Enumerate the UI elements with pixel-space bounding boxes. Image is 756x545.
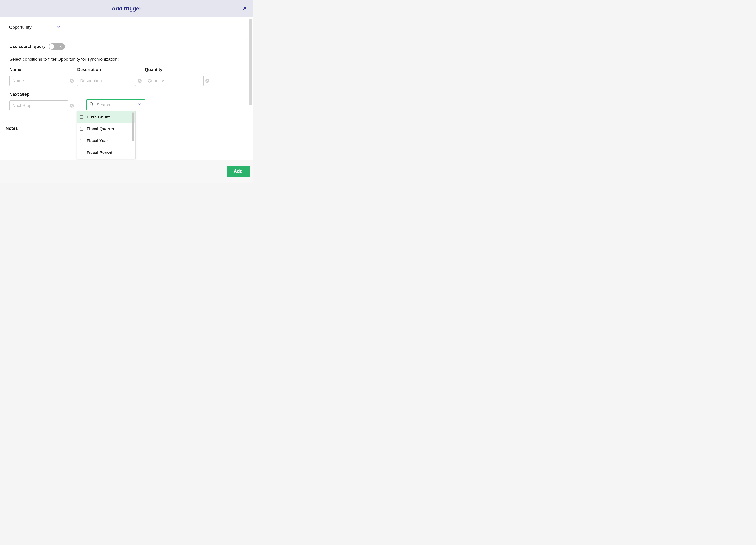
description-label: Description: [77, 67, 145, 72]
modal-header: Add trigger: [0, 0, 253, 17]
search-icon: [89, 102, 94, 108]
search-query-toggle[interactable]: [49, 43, 65, 50]
chevron-down-icon: [138, 102, 142, 107]
clear-icon: [70, 79, 74, 84]
object-select-value: Opportunity: [9, 25, 31, 30]
modal-footer: Add: [0, 160, 253, 183]
modal-body: Opportunity Use search query: [0, 17, 253, 160]
add-button[interactable]: Add: [227, 165, 250, 177]
toggle-off-icon: [59, 44, 62, 49]
conditions-instruction: Select conditions to filter Opportunity …: [9, 57, 244, 62]
name-clear-button[interactable]: [70, 79, 74, 83]
clear-icon: [205, 79, 209, 84]
option-checkbox[interactable]: [80, 115, 83, 119]
object-select[interactable]: Opportunity: [6, 22, 64, 33]
chevron-down-icon: [57, 25, 61, 30]
conditions-panel: Use search query Select conditions to fi…: [6, 39, 247, 116]
dropdown-option[interactable]: Push Count: [77, 111, 135, 123]
close-button[interactable]: [243, 6, 247, 11]
dropdown-option[interactable]: Fiscal Quarter: [77, 123, 135, 135]
dropdown-option[interactable]: Fiscal Period: [77, 147, 135, 158]
field-search-dropdown: Push Count Fiscal Quarter Fiscal Year Fi…: [77, 111, 136, 159]
next-step-input[interactable]: [9, 100, 68, 111]
option-label: Push Count: [87, 115, 110, 119]
add-trigger-modal: Add trigger Opportunity Use searc: [0, 0, 253, 183]
option-label: Fiscal Period: [87, 150, 112, 155]
next-step-clear-button[interactable]: [70, 103, 74, 108]
quantity-input[interactable]: [145, 76, 204, 86]
name-label: Name: [9, 67, 77, 72]
toggle-knob: [49, 44, 54, 49]
search-query-toggle-label: Use search query: [9, 44, 45, 49]
dropdown-option[interactable]: Fiscal Year: [77, 135, 135, 147]
name-input[interactable]: [9, 76, 68, 86]
field-search-select[interactable]: [86, 99, 145, 110]
clear-icon: [137, 79, 142, 84]
field-search-input[interactable]: [96, 102, 128, 107]
option-checkbox[interactable]: [80, 139, 83, 142]
close-icon: [243, 6, 247, 11]
next-step-label: Next Step: [9, 92, 77, 97]
dropdown-scrollbar[interactable]: [132, 112, 134, 141]
body-scrollbar[interactable]: [249, 19, 252, 105]
option-label: Fiscal Quarter: [87, 126, 114, 131]
quantity-clear-button[interactable]: [205, 79, 209, 83]
clear-icon: [70, 104, 74, 109]
option-checkbox[interactable]: [80, 127, 83, 131]
option-checkbox[interactable]: [80, 151, 83, 154]
option-label: Fiscal Year: [87, 138, 108, 143]
modal-title: Add trigger: [112, 6, 141, 12]
description-clear-button[interactable]: [137, 79, 142, 83]
description-input[interactable]: [77, 76, 136, 86]
quantity-label: Quantity: [145, 67, 213, 72]
svg-line-9: [92, 105, 93, 106]
